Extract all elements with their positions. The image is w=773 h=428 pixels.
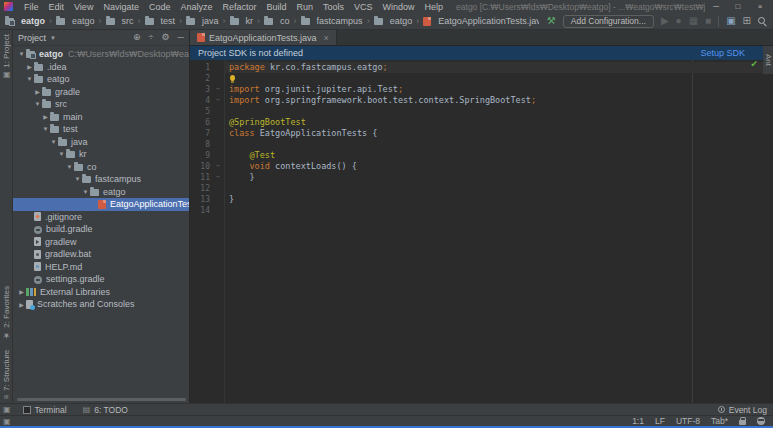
menu-view[interactable]: View (74, 2, 93, 12)
menu-code[interactable]: Code (149, 2, 171, 12)
menu-build[interactable]: Build (266, 2, 286, 12)
menu-file[interactable]: File (24, 2, 39, 12)
breadcrumb-item[interactable]: EatgoApplicationTests.java (423, 16, 539, 26)
menu-analyze[interactable]: Analyze (180, 2, 212, 12)
code-line-10[interactable]: 10− void contextLoads() { (190, 161, 773, 172)
toolwindow-switcher-icon[interactable]: ▣ (3, 405, 11, 414)
ant-tool-stripe[interactable]: Ant (763, 46, 773, 74)
tree-item-eatgoapplicationtests-java[interactable]: EatgoApplicationTests.java (13, 198, 189, 211)
run-icon[interactable]: ▶ (661, 16, 669, 26)
chevron-expanded-icon[interactable]: ▼ (17, 51, 26, 57)
tool-stripe-favorites[interactable]: ★ 2: Favorites (2, 286, 11, 340)
coverage-icon[interactable]: ▦ (689, 16, 698, 26)
toolwindows-icon[interactable]: ⊞ (743, 16, 751, 26)
chevron-collapsed-icon[interactable]: ▶ (33, 88, 42, 95)
maximize-button[interactable]: □ (727, 0, 749, 13)
breadcrumb-item[interactable]: java (186, 16, 219, 26)
tool-stripe-project[interactable]: ▣ 1: Project (2, 34, 11, 80)
chevron-expanded-icon[interactable]: ▼ (33, 101, 42, 107)
chevron-down-icon[interactable]: ▼ (50, 35, 56, 41)
hector-inspector-icon[interactable] (757, 417, 765, 425)
intention-bulb-icon[interactable] (230, 75, 235, 81)
line-separator-widget[interactable]: LF (655, 416, 665, 426)
menu-vcs[interactable]: VCS (354, 2, 373, 12)
tree-item-eatgo[interactable]: ▼eatgoC:₩Users₩lds₩Desktop₩eatgo (13, 48, 189, 61)
tree-item--gitignore[interactable]: .gitignore (13, 211, 189, 224)
chevron-expanded-icon[interactable]: ▼ (49, 139, 58, 145)
menu-run[interactable]: Run (297, 2, 314, 12)
menu-window[interactable]: Window (383, 2, 415, 12)
code-line-7[interactable]: 7class EatgoApplicationTests { (190, 128, 773, 139)
caret-position-widget[interactable]: 1:1 (632, 416, 644, 426)
tree-item-scratches-and-consoles[interactable]: ▶Scratches and Consoles (13, 298, 189, 311)
statusbar-access-icon[interactable]: ▣ (3, 417, 11, 426)
tree-item-build-gradle[interactable]: build.gradle (13, 223, 189, 236)
menu-tools[interactable]: Tools (323, 2, 344, 12)
search-everywhere-icon[interactable] (758, 17, 767, 26)
code-line-13[interactable]: 13} (190, 194, 773, 205)
tree-item-fastcampus[interactable]: ▼fastcampus (13, 173, 189, 186)
tree-item-help-md[interactable]: HELP.md (13, 261, 189, 274)
code-line-14[interactable]: 14 (190, 205, 773, 216)
tree-item-gradlew-bat[interactable]: gradlew.bat (13, 248, 189, 261)
code-line-4[interactable]: 4−import org.springframework.boot.test.c… (190, 95, 773, 106)
tool-stripe-todo[interactable]: ▤ 6: TODO (83, 405, 128, 415)
close-button[interactable]: × (749, 0, 771, 13)
code-line-9[interactable]: 9 @Test (190, 150, 773, 161)
indent-widget[interactable]: Tab* (711, 416, 728, 426)
tree-item-eatgo[interactable]: ▼eatgo (13, 73, 189, 86)
breadcrumb-item[interactable]: co (264, 16, 290, 26)
breadcrumb-item[interactable]: eatgo (374, 16, 413, 26)
fold-marker-icon[interactable]: − (212, 95, 224, 106)
setup-sdk-link[interactable]: Setup SDK (700, 48, 765, 58)
chevron-expanded-icon[interactable]: ▼ (57, 151, 66, 157)
chevron-collapsed-icon[interactable]: ▶ (17, 288, 26, 295)
project-panel-title[interactable]: Project (18, 33, 46, 43)
chevron-expanded-icon[interactable]: ▼ (65, 164, 74, 170)
add-configuration-button[interactable]: Add Configuration... (563, 15, 654, 28)
breadcrumb-item[interactable]: eatgo (5, 16, 45, 26)
collapse-all-icon[interactable]: ÷ (149, 33, 154, 42)
code-line-6[interactable]: 6@SpringBootTest (190, 117, 773, 128)
tree-item-external-libraries[interactable]: ▶External Libraries (13, 286, 189, 299)
code-line-5[interactable]: 5 (190, 106, 773, 117)
tree-item-eatgo[interactable]: ▼eatgo (13, 186, 189, 199)
breadcrumb-item[interactable]: eatgo (56, 16, 95, 26)
close-tab-icon[interactable]: × (324, 33, 329, 43)
chevron-expanded-icon[interactable]: ▼ (25, 76, 34, 82)
code-line-12[interactable]: 12 (190, 183, 773, 194)
locate-file-icon[interactable]: ⊕ (133, 33, 141, 42)
tree-item-settings-gradle[interactable]: settings.gradle (13, 273, 189, 286)
tree-item-src[interactable]: ▼src (13, 98, 189, 111)
fold-marker-icon[interactable]: − (212, 172, 224, 183)
menu-edit[interactable]: Edit (49, 2, 65, 12)
settings-gear-icon[interactable]: ⚙ (162, 33, 170, 42)
tree-item-gradlew[interactable]: gradlew (13, 236, 189, 249)
breadcrumb-item[interactable]: test (145, 16, 176, 26)
chevron-collapsed-icon[interactable]: ▶ (25, 63, 34, 70)
breadcrumb-item[interactable]: src (106, 16, 134, 26)
build-hammer-icon[interactable]: ⚒ (547, 16, 556, 26)
tree-item-kr[interactable]: ▼kr (13, 148, 189, 161)
minimize-button[interactable]: ─ (705, 0, 727, 13)
breadcrumb-item[interactable]: fastcampus (301, 16, 363, 26)
editor-tab-eatgoapplicationtests[interactable]: EatgoApplicationTests.java × (190, 30, 337, 45)
tree-item-test[interactable]: ▼test (13, 123, 189, 136)
breadcrumb-item[interactable]: kr (230, 16, 254, 26)
chevron-expanded-icon[interactable]: ▼ (73, 176, 82, 182)
code-line-11[interactable]: 11− } (190, 172, 773, 183)
chevron-collapsed-icon[interactable]: ▶ (41, 113, 50, 120)
tree-item-main[interactable]: ▶main (13, 111, 189, 124)
code-line-1[interactable]: 1package kr.co.fastcampus.eatgo; (190, 62, 773, 73)
tool-stripe-structure[interactable]: ≡ 7: Structure (2, 350, 11, 399)
debug-icon[interactable]: ● (676, 16, 682, 26)
project-structure-icon[interactable]: ▣ (726, 16, 735, 26)
event-log-button[interactable]: Event Log (718, 405, 767, 415)
chevron-expanded-icon[interactable]: ▼ (41, 126, 50, 132)
code-line-3[interactable]: 3−import org.junit.jupiter.api.Test; (190, 84, 773, 95)
tool-stripe-terminal[interactable]: Terminal (23, 405, 67, 415)
stop-icon[interactable]: ■ (705, 16, 711, 26)
project-tree-hscrollbar[interactable] (17, 398, 186, 401)
tree-item--idea[interactable]: ▶.idea (13, 61, 189, 74)
fold-marker-icon[interactable]: − (212, 161, 224, 172)
